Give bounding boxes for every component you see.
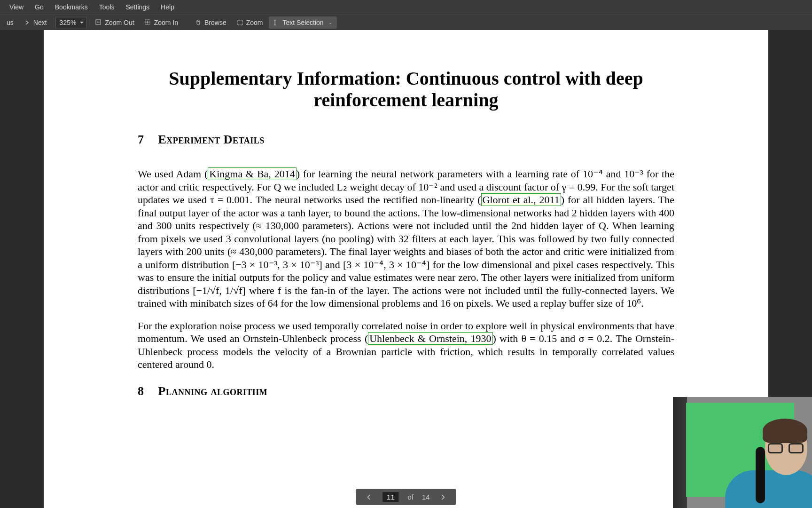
text-selection-button[interactable]: Text Selection ⌄ xyxy=(269,16,337,29)
zoom-in-icon xyxy=(145,19,151,26)
paragraph-2: For the exploration noise process we use… xyxy=(138,319,674,371)
chevron-right-icon xyxy=(24,19,31,26)
zoom-in-label: Zoom In xyxy=(154,19,178,26)
dropdown-icon: ⌄ xyxy=(328,20,332,25)
menu-view[interactable]: View xyxy=(4,0,29,14)
paragraph-1: We used Adam (Kingma & Ba, 2014) for lea… xyxy=(138,167,674,310)
page-total: 14 xyxy=(422,493,430,501)
zoom-level-value: 325% xyxy=(60,19,77,26)
browse-button[interactable]: Browse xyxy=(190,16,231,29)
next-label: Next xyxy=(33,19,47,26)
chevron-left-icon: us xyxy=(7,19,14,26)
text-selection-label: Text Selection xyxy=(283,19,324,26)
page-number-input[interactable] xyxy=(382,492,399,502)
menu-settings[interactable]: Settings xyxy=(120,0,156,14)
webcam-overlay xyxy=(673,397,812,508)
zoom-label: Zoom xyxy=(246,19,263,26)
page-navigator: of 14 xyxy=(356,489,456,505)
zoom-tool-button[interactable]: Zoom xyxy=(232,16,268,29)
text-selection-icon xyxy=(273,19,280,26)
prev-button[interactable]: us xyxy=(2,16,18,29)
menu-tools[interactable]: Tools xyxy=(94,0,120,14)
svg-rect-5 xyxy=(238,20,242,25)
citation-glorot[interactable]: Glorot et al., 2011 xyxy=(481,193,561,206)
zoom-level-select[interactable]: 325% xyxy=(55,17,87,28)
page-of-label: of xyxy=(407,493,414,501)
citation-uhlenbeck[interactable]: Uhlenbeck & Ornstein, 1930 xyxy=(368,332,492,345)
zoom-in-button[interactable]: Zoom In xyxy=(140,16,183,29)
pdf-page: Supplementary Information: Continuous co… xyxy=(44,30,768,508)
menu-help[interactable]: Help xyxy=(155,0,180,14)
menu-go[interactable]: Go xyxy=(29,0,49,14)
next-button[interactable]: Next xyxy=(19,16,52,29)
menu-bookmarks[interactable]: Bookmarks xyxy=(49,0,94,14)
zoom-out-button[interactable]: Zoom Out xyxy=(91,16,139,29)
hand-icon xyxy=(195,19,202,26)
page-next-button[interactable] xyxy=(438,494,449,500)
browse-label: Browse xyxy=(204,19,226,26)
document-title: Supplementary Information: Continuous co… xyxy=(138,68,674,111)
section-number-8: 8 xyxy=(138,384,144,398)
zoom-out-label: Zoom Out xyxy=(105,19,134,26)
section-name: Experiment Details xyxy=(158,133,265,146)
citation-kingma-ba[interactable]: Kingma & Ba, 2014 xyxy=(208,167,296,180)
page-prev-button[interactable] xyxy=(363,494,374,500)
zoom-out-icon xyxy=(95,19,102,26)
section-name-8: Planning algorithm xyxy=(158,384,267,398)
zoom-icon xyxy=(237,19,243,26)
section-number: 7 xyxy=(138,133,144,147)
